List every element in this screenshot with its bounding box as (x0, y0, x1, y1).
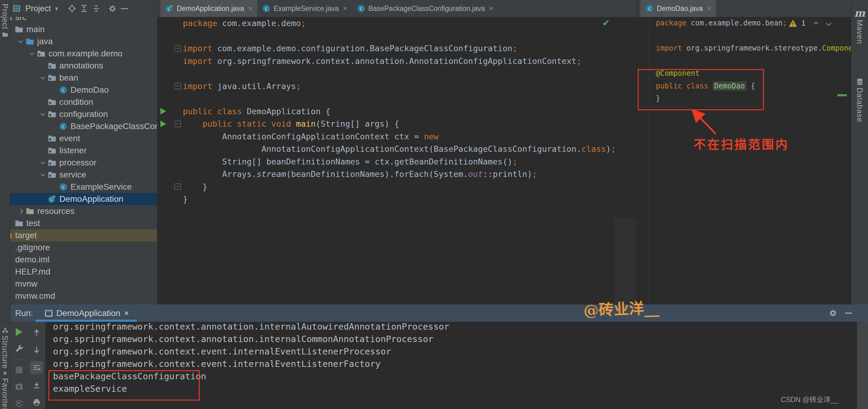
hide-panel-icon[interactable] (845, 313, 852, 314)
chevron-down-icon[interactable]: ▾ (55, 5, 58, 12)
tree-item-condition[interactable]: condition (10, 96, 157, 108)
rerun-failed-icon[interactable] (12, 397, 26, 409)
class-icon: C (59, 183, 67, 191)
tree-item-event[interactable]: event (10, 133, 157, 145)
tree-item-label: annotations (59, 61, 103, 70)
chevron-right-icon[interactable] (19, 209, 23, 213)
code-line: import java.util.Arrays; (183, 80, 616, 93)
code-editor-main[interactable]: package com.example.demo; import com.exa… (183, 17, 616, 206)
settings-gear-icon[interactable] (106, 2, 118, 14)
print-icon[interactable] (30, 396, 43, 409)
run-class-gutter-icon[interactable] (160, 108, 166, 115)
tree-item-target[interactable]: target (10, 229, 157, 241)
run-main-gutter-icon[interactable] (160, 121, 166, 127)
project-panel-title: Project (25, 4, 51, 13)
tree-item-label: listener (59, 146, 87, 155)
tree-item-label: condition (59, 97, 93, 107)
not-in-scan-note: 不在扫描范围内 (694, 135, 789, 152)
chevron-down-icon[interactable] (40, 75, 45, 80)
scrollbar-track[interactable] (615, 218, 638, 304)
fold-marker-icon[interactable] (174, 121, 181, 127)
prev-warning-icon[interactable] (813, 22, 818, 27)
close-icon[interactable]: × (124, 309, 129, 318)
tab-DemoDao.java[interactable]: CDemoDao.java× (641, 0, 716, 17)
hide-panel-icon[interactable] (118, 2, 130, 14)
tool-window-button-structure[interactable]: Structure (0, 327, 10, 369)
tree-item-DemoDao[interactable]: CDemoDao (10, 84, 157, 96)
tool-window-button-database[interactable]: Database (851, 78, 868, 122)
package-icon (48, 146, 56, 155)
annotation-arrow (687, 109, 723, 137)
tab-BasePackageClassConfiguration.java[interactable]: CBasePackageClassConfiguration.java× (352, 0, 498, 17)
inspections-widget[interactable]: 1 (789, 19, 831, 28)
stop-icon[interactable] (12, 364, 26, 376)
tree-item-label: ExampleService (70, 182, 132, 192)
close-tab-icon[interactable]: × (707, 4, 711, 13)
tree-item-test[interactable]: test (10, 217, 157, 229)
tree-item-listener[interactable]: listener (10, 145, 157, 157)
tree-item-com.example.demo[interactable]: com.example.demo (10, 48, 157, 60)
up-stack-icon[interactable] (30, 326, 43, 339)
tab-ExampleService.java[interactable]: CExampleService.java× (257, 0, 352, 17)
tree-item-label: BasePackageClassConfiguration (70, 121, 157, 131)
tree-item-label: bean (59, 73, 78, 83)
chevron-down-icon[interactable] (40, 160, 45, 165)
tree-item-resources[interactable]: resources (10, 205, 157, 217)
tree-item-HELP.md[interactable]: HELP.md (10, 266, 157, 278)
tool-window-button-maven[interactable]: m Maven (851, 8, 868, 44)
scroll-to-end-icon[interactable] (30, 378, 43, 392)
tree-item-mvnw.cmd[interactable]: mvnw.cmd (10, 290, 157, 302)
tree-item-demo.iml[interactable]: demo.iml (10, 254, 157, 266)
tree-item-annotations[interactable]: annotations (10, 60, 157, 72)
file-icon (10, 256, 11, 264)
close-tab-icon[interactable]: × (489, 4, 493, 13)
screenshot-icon[interactable] (12, 381, 26, 392)
tree-item-service[interactable]: service (10, 169, 157, 181)
toolbar-divider (104, 3, 104, 13)
chevron-down-icon[interactable] (40, 172, 45, 177)
inspections-ok-check-icon[interactable]: ✔ (602, 18, 610, 28)
tree-item-main[interactable]: main (10, 23, 157, 35)
close-tab-icon[interactable]: × (343, 4, 347, 13)
tree-item-ExampleService[interactable]: CExampleService (10, 181, 157, 193)
next-warning-icon[interactable] (826, 21, 831, 26)
tree-item-configuration[interactable]: configuration (10, 108, 157, 120)
fold-marker-icon[interactable] (174, 183, 181, 190)
tree-item-BasePackageClassConfiguration[interactable]: CBasePackageClassConfiguration (10, 120, 157, 133)
project-tree[interactable]: srcmainjavacom.example.demoannotationsbe… (10, 11, 157, 302)
close-tab-icon[interactable]: × (248, 4, 252, 13)
collapse-all-icon[interactable] (90, 2, 102, 14)
tab-DemoApplication.java[interactable]: CDemoApplication.java× (160, 0, 257, 17)
expand-all-icon[interactable] (78, 2, 90, 14)
tree-item-DemoApplication[interactable]: CDemoApplication (10, 193, 157, 205)
tree-item-java[interactable]: java (10, 35, 157, 48)
project-panel: srcmainjavacom.example.demoannotationsbe… (10, 0, 157, 304)
fold-marker-icon[interactable] (174, 83, 181, 89)
tool-window-button-project[interactable]: Project (0, 4, 10, 37)
tool-window-button-favorites[interactable]: ★ Favorites (0, 370, 10, 409)
tab-label: ExampleService.java (274, 4, 339, 13)
svg-text:C: C (62, 124, 65, 129)
tree-item-.gitignore[interactable]: .gitignore (10, 241, 157, 254)
tree-item-bean[interactable]: bean (10, 72, 157, 84)
settings-gear-icon[interactable] (829, 309, 837, 317)
chevron-down-icon[interactable] (40, 111, 45, 116)
tree-item-mvnw[interactable]: mvnw (10, 278, 157, 290)
svg-text:C: C (50, 197, 53, 202)
run-tab-demoapplication[interactable]: DemoApplication × (40, 304, 133, 322)
editor-main[interactable]: CDemoApplication.java×CExampleService.ja… (157, 0, 638, 304)
select-opened-file-icon[interactable] (66, 2, 78, 14)
rerun-icon[interactable] (12, 326, 26, 338)
build-icon[interactable] (12, 342, 26, 354)
tab-label: BasePackageClassConfiguration.java (368, 4, 485, 13)
chevron-down-icon[interactable] (19, 38, 23, 43)
fold-marker-icon[interactable] (174, 45, 181, 52)
console-line: org.springframework.context.annotation.i… (53, 321, 822, 333)
soft-wrap-icon[interactable] (30, 361, 43, 374)
down-stack-icon[interactable] (30, 344, 43, 357)
chevron-down-icon[interactable] (30, 51, 34, 55)
annotation-box-component (638, 69, 764, 110)
tree-item-label: DemoApplication (59, 194, 123, 204)
tree-item-processor[interactable]: processor (10, 157, 157, 169)
class-icon: C (59, 122, 67, 130)
